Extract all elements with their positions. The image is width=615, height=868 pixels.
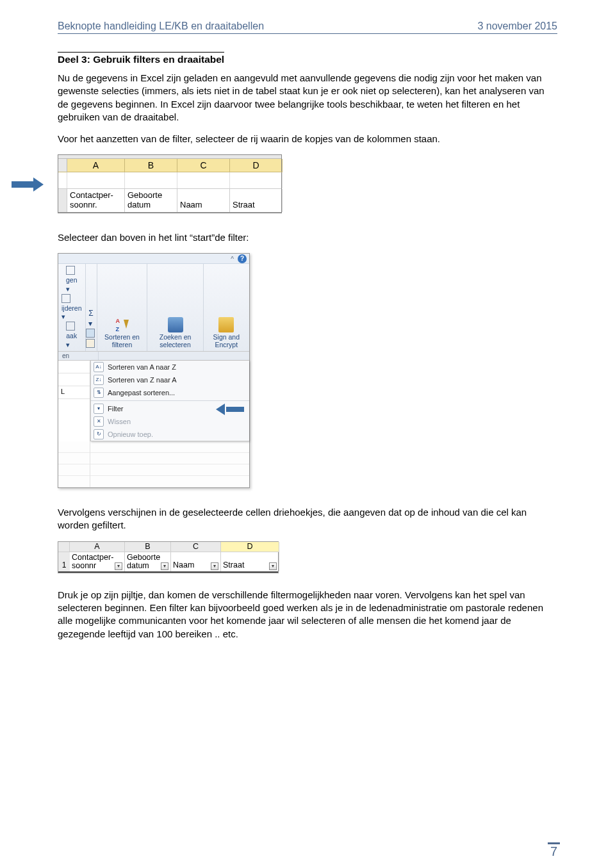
figure-column-headers: A B C D Contactper- soonnr. Geboorte dat… — [58, 154, 557, 213]
ribbon-autosum-group: Σ ▾ — [86, 264, 97, 351]
header-title-left: Beknopte handleiding LE/KB en draaitabel… — [58, 20, 264, 32]
custom-sort-icon: ⇅ — [94, 388, 104, 398]
folder-icon — [218, 317, 234, 332]
filter-dropdown-icon[interactable]: ▾ — [115, 562, 122, 570]
fig3-corner[interactable] — [58, 542, 70, 552]
sort-za-small-icon: Z↓ — [94, 375, 104, 385]
fig3-col-C[interactable]: C — [171, 542, 221, 552]
paragraph-triangles: Vervolgens verschijnen in de geselecteer… — [58, 506, 557, 532]
sheet-cell-L[interactable]: L — [58, 386, 90, 399]
sheet-cell-below-a2[interactable] — [58, 453, 90, 464]
filter-dropdown-icon[interactable]: ▾ — [211, 562, 218, 570]
fig3-a-line1: Contactper- — [72, 553, 113, 562]
sort-filter-label: Sorteren en filteren — [103, 334, 142, 348]
ribbon-editing-snippet: gen ▾ ijderen ▾ aak ▾ — [58, 264, 86, 351]
paragraph-filter-usage: Druk je op zijn pijltje, dan komen de ve… — [58, 589, 557, 641]
header-b-line2: datum — [127, 200, 151, 209]
sign-encrypt-label: Sign and Encrypt — [209, 334, 243, 348]
row-header-corner[interactable] — [58, 159, 67, 172]
sheet-cell-below-a3[interactable] — [58, 464, 90, 476]
header-a-line2: soonnr. — [70, 200, 97, 209]
menu-clear: ✕ Wissen — [91, 415, 249, 428]
help-icon[interactable]: ? — [238, 254, 247, 263]
column-letter-D[interactable]: D — [230, 159, 283, 172]
header-a-line1: Contactper- — [70, 190, 113, 200]
column-letter-C[interactable]: C — [177, 159, 230, 172]
sort-filter-button[interactable]: AZ Sorteren en filteren — [97, 264, 148, 351]
arrow-right-icon — [12, 177, 45, 192]
find-select-button[interactable]: Zoeken en selecteren — [147, 264, 203, 351]
menu-sort-za[interactable]: Z↓ Sorteren van Z naar A — [91, 373, 249, 386]
arrow-left-icon — [215, 404, 244, 415]
fig3-header-naam[interactable]: Naam ▾ — [171, 552, 221, 571]
sheet-cell-below-b2[interactable] — [90, 453, 249, 464]
ribbon-minimize-icon[interactable]: ^ — [231, 256, 234, 263]
sort-az-small-icon: A↓ — [94, 362, 104, 372]
figure-filters-applied: A B C D 1 Contactper- soonnr ▾ Geboorte … — [58, 541, 279, 573]
reapply-icon: ↻ — [94, 429, 104, 439]
ribbon-fragment-2: ijderen — [62, 304, 82, 313]
ribbon-fragment-1: gen — [66, 276, 78, 285]
sort-az-icon: AZ — [115, 317, 130, 332]
sheet-cell-below-b4[interactable] — [90, 476, 249, 487]
menu-reapply: ↻ Opnieuw toep. — [91, 428, 249, 441]
ribbon-group-label: en — [58, 352, 99, 360]
paragraph-select-row: Voor het aanzetten van de filter, select… — [58, 133, 557, 145]
section-heading: Deel 3: Gebruik filters en draaitabel — [58, 52, 224, 65]
sheet-cell-below-b1[interactable] — [90, 441, 249, 453]
fig3-header-straat[interactable]: Straat ▾ — [221, 552, 279, 571]
menu-custom-sort[interactable]: ⇅ Aangepast sorteren... — [91, 386, 249, 399]
menu-sort-az[interactable]: A↓ Sorteren van A naar Z — [91, 361, 249, 373]
row-number-header[interactable] — [58, 189, 67, 212]
column-letter-B[interactable]: B — [125, 159, 177, 172]
page-number: 7 — [548, 842, 560, 859]
funnel-icon: ▾ — [94, 404, 104, 414]
paragraph-intro: Nu de gegevens in Excel zijn geladen en … — [58, 72, 557, 124]
sheet-cell-below-b3[interactable] — [90, 464, 249, 476]
clear-filter-icon: ✕ — [94, 416, 104, 427]
paragraph-select-filter: Selecteer dan boven in het lint “start”d… — [58, 231, 557, 244]
sheet-cell-blank2[interactable] — [58, 373, 90, 386]
header-geboortedatum[interactable]: Geboorte datum — [125, 189, 177, 212]
fig3-row-number[interactable]: 1 — [58, 552, 70, 571]
menu-filter[interactable]: ▾ Filter — [91, 402, 249, 415]
sign-encrypt-button[interactable]: Sign and Encrypt — [204, 264, 249, 351]
fig3-b-line1: Geboorte — [127, 553, 160, 562]
header-title-right: 3 november 2015 — [477, 20, 557, 32]
header-b-line1: Geboorte — [127, 190, 162, 200]
page-header: Beknopte handleiding LE/KB en draaitabel… — [58, 20, 557, 34]
binoculars-icon — [168, 317, 183, 332]
fig3-b-line2: datum — [127, 562, 160, 570]
header-naam[interactable]: Naam — [177, 189, 230, 212]
header-straat[interactable]: Straat — [230, 189, 283, 212]
sheet-cell-below-a4[interactable] — [58, 476, 90, 487]
sort-filter-dropdown: A↓ Sorteren van A naar Z Z↓ Sorteren van… — [90, 361, 249, 441]
header-contactpersoonnr[interactable]: Contactper- soonnr. — [67, 189, 125, 212]
fig3-col-D[interactable]: D — [221, 542, 279, 552]
fig3-col-B[interactable]: B — [125, 542, 171, 552]
column-letter-A[interactable]: A — [67, 159, 125, 172]
fig3-col-A[interactable]: A — [70, 542, 125, 552]
filter-dropdown-icon[interactable]: ▾ — [161, 562, 168, 570]
filter-dropdown-icon[interactable]: ▾ — [269, 562, 277, 570]
sheet-cell-below-a1[interactable] — [58, 441, 90, 453]
fig3-header-contactpersoonnr[interactable]: Contactper- soonnr ▾ — [70, 552, 125, 571]
fig3-a-line2: soonnr — [72, 562, 113, 570]
find-select-label: Zoeken en selecteren — [153, 334, 197, 348]
figure-ribbon-filter-menu: ^ ? gen ▾ ijderen ▾ aak ▾ Σ ▾ AZ Sortere… — [58, 253, 250, 488]
ribbon-fragment-3: aak — [66, 332, 77, 341]
sheet-cell-blank1[interactable] — [58, 361, 90, 373]
fig3-header-geboortedatum[interactable]: Geboorte datum ▾ — [125, 552, 171, 571]
